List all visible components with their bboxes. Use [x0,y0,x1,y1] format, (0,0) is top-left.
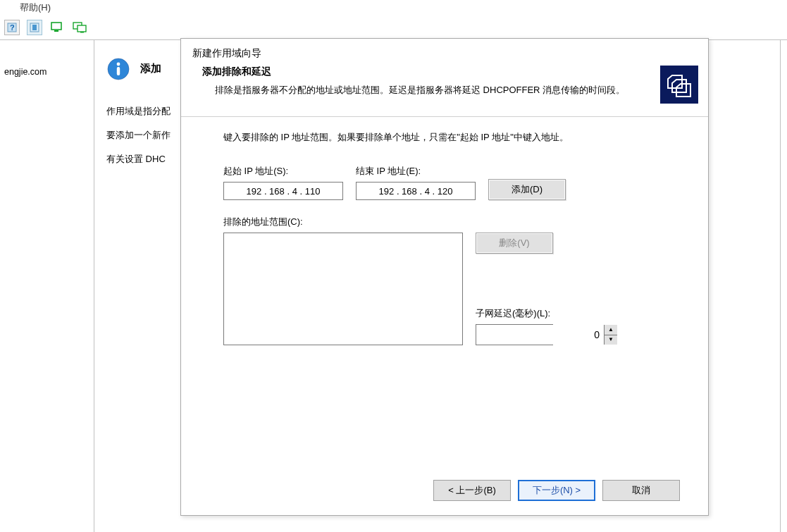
help-button[interactable]: ? [4,20,20,35]
spin-down-button[interactable]: ▼ [605,335,617,345]
page-heading: 添加 [140,57,161,75]
subnet-delay-spinner[interactable]: ▲ ▼ [476,324,553,345]
exclusion-listbox[interactable] [223,233,463,345]
dialog-header-title: 添加排除和延迟 [202,66,653,78]
svg-text:?: ? [10,23,15,32]
spin-up-button[interactable]: ▲ [605,325,617,335]
next-button[interactable]: 下一步(N) > [518,480,595,501]
subnet-delay-input[interactable] [476,325,604,345]
svg-rect-8 [80,32,84,33]
svg-rect-11 [117,67,120,75]
menu-help[interactable]: 帮助(H) [17,0,54,16]
svg-rect-4 [51,23,61,30]
delete-button[interactable]: 删除(V) [476,233,553,254]
svg-rect-5 [54,30,58,32]
start-ip-label: 起始 IP 地址(S): [223,165,343,178]
svg-rect-7 [78,25,86,32]
nav-tree: engjie.com [0,40,94,532]
tree-item-domain[interactable]: engjie.com [4,67,94,77]
dialog-title: 新建作用域向导 [181,39,708,66]
svg-point-10 [117,63,120,66]
folders-icon [660,66,698,104]
new-scope-wizard-dialog: 新建作用域向导 添加排除和延迟 排除是指服务器不分配的地址或地址范围。延迟是指服… [180,38,709,516]
vertical-separator [780,39,787,532]
end-ip-input[interactable]: 192 . 168 . 4 . 120 [356,182,476,200]
dialog-header-desc: 排除是指服务器不分配的地址或地址范围。延迟是指服务器将延迟 DHCPOFFER … [202,82,653,98]
properties-button[interactable] [27,20,42,35]
start-ip-input[interactable]: 192 . 168 . 4 . 110 [223,182,343,200]
svg-rect-3 [32,25,37,30]
end-ip-label: 结束 IP 地址(E): [356,165,476,178]
screen1-icon[interactable] [49,20,65,35]
instruction-text: 键入要排除的 IP 地址范围。如果要排除单个地址，只需在"起始 IP 地址"中键… [223,131,674,144]
subnet-delay-label: 子网延迟(毫秒)(L): [476,307,553,320]
info-icon [106,57,130,81]
exclusion-list-label: 排除的地址范围(C): [223,216,674,228]
add-button[interactable]: 添加(D) [488,179,566,200]
cancel-button[interactable]: 取消 [602,480,680,501]
back-button[interactable]: < 上一步(B) [433,480,511,501]
toolbar: ? [0,16,87,39]
screen2-icon[interactable] [72,20,87,35]
